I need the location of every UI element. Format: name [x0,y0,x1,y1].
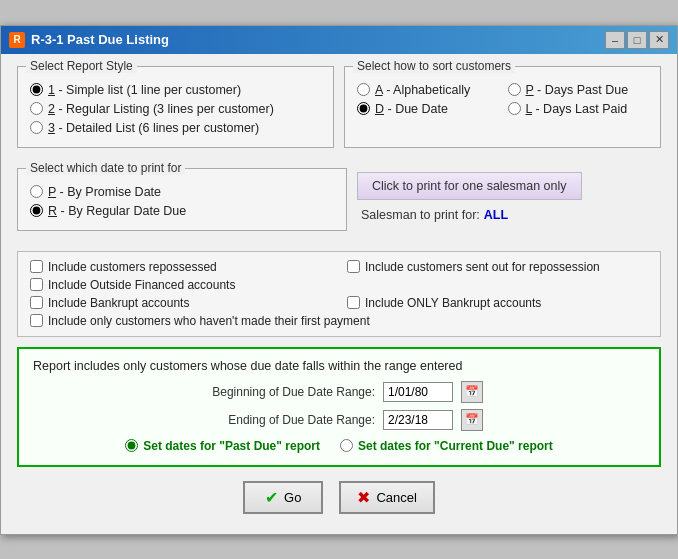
cb5-item[interactable]: Include ONLY Bankrupt accounts [347,296,648,310]
sortD-option[interactable]: D - Due Date [357,102,498,116]
print-salesman-button[interactable]: Click to print for one salesman only [357,172,582,200]
style2-option[interactable]: 2 - Regular Listing (3 lines per custome… [30,102,321,116]
date-range-group: Report includes only customers whose due… [17,347,661,467]
style2-radio[interactable] [30,102,43,115]
style3-option[interactable]: 3 - Detailed List (6 lines per customer) [30,121,321,135]
salesman-value: ALL [484,208,508,222]
cb1-checkbox[interactable] [30,260,43,273]
style2-label: 2 - Regular Listing (3 lines per custome… [48,102,274,116]
content-area: Select Report Style 1 - Simple list (1 l… [1,54,677,534]
cb4-item[interactable]: Include Bankrupt accounts [30,296,331,310]
sort-group: Select how to sort customers A - Alphabe… [344,66,661,148]
cb2-label: Include customers sent out for repossess… [365,260,600,274]
sortD-label: D - Due Date [375,102,448,116]
style1-radio[interactable] [30,83,43,96]
middle-section: Select which date to print for P - By Pr… [17,168,661,241]
window-title: R-3-1 Past Due Listing [31,32,169,47]
maximize-button[interactable]: □ [627,31,647,49]
cb1-item[interactable]: Include customers repossessed [30,260,331,274]
cb5-label: Include ONLY Bankrupt accounts [365,296,541,310]
date-print-group: Select which date to print for P - By Pr… [17,168,347,231]
sortL-option[interactable]: L - Days Last Paid [508,102,649,116]
report-style-label: Select Report Style [26,59,137,73]
dateP-radio[interactable] [30,185,43,198]
cb3-checkbox[interactable] [30,278,43,291]
sortP-label: P - Days Past Due [526,83,629,97]
title-controls: – □ ✕ [605,31,669,49]
checkboxes-grid: Include customers repossessed Include cu… [30,260,648,328]
current-due-radio-item[interactable]: Set dates for "Current Due" report [340,439,553,453]
dateR-label: R - By Regular Date Due [48,204,186,218]
minimize-button[interactable]: – [605,31,625,49]
past-due-radio-label: Set dates for "Past Due" report [143,439,320,453]
cb6-label: Include only customers who haven't made … [48,314,370,328]
cb6-item[interactable]: Include only customers who haven't made … [30,314,648,328]
sortP-radio[interactable] [508,83,521,96]
sortL-radio[interactable] [508,102,521,115]
cb6-checkbox[interactable] [30,314,43,327]
cb3-item[interactable]: Include Outside Financed accounts [30,278,648,292]
ending-calendar-button[interactable]: 📅 [461,409,483,431]
cb2-item[interactable]: Include customers sent out for repossess… [347,260,648,274]
beginning-date-input[interactable] [383,382,453,402]
cb4-checkbox[interactable] [30,296,43,309]
cb3-label: Include Outside Financed accounts [48,278,235,292]
beginning-date-row: Beginning of Due Date Range: 📅 [33,381,645,403]
dateR-option[interactable]: R - By Regular Date Due [30,204,334,218]
date-range-title: Report includes only customers whose due… [33,359,645,373]
cb4-label: Include Bankrupt accounts [48,296,189,310]
go-check-icon: ✔ [265,488,278,507]
app-icon: R [9,32,25,48]
sortL-label: L - Days Last Paid [526,102,628,116]
ending-date-row: Ending of Due Date Range: 📅 [33,409,645,431]
ending-date-input[interactable] [383,410,453,430]
cb5-checkbox[interactable] [347,296,360,309]
sortD-radio[interactable] [357,102,370,115]
salesman-line: Salesman to print for: ALL [357,208,508,222]
style3-label: 3 - Detailed List (6 lines per customer) [48,121,259,135]
date-print-label: Select which date to print for [26,161,185,175]
ending-label: Ending of Due Date Range: [195,413,375,427]
report-style-options: 1 - Simple list (1 line per customer) 2 … [30,83,321,135]
dateP-label: P - By Promise Date [48,185,161,199]
dateR-radio[interactable] [30,204,43,217]
top-section: Select Report Style 1 - Simple list (1 l… [17,66,661,158]
past-due-radio[interactable] [125,439,138,452]
date-radio-row: Set dates for "Past Due" report Set date… [33,439,645,453]
close-button[interactable]: ✕ [649,31,669,49]
cb2-checkbox[interactable] [347,260,360,273]
dateP-option[interactable]: P - By Promise Date [30,185,334,199]
beginning-calendar-button[interactable]: 📅 [461,381,483,403]
beginning-label: Beginning of Due Date Range: [195,385,375,399]
style1-label: 1 - Simple list (1 line per customer) [48,83,241,97]
report-style-group: Select Report Style 1 - Simple list (1 l… [17,66,334,148]
sort-label: Select how to sort customers [353,59,515,73]
go-label: Go [284,490,301,505]
sortA-radio[interactable] [357,83,370,96]
footer: ✔ Go ✖ Cancel [17,481,661,518]
cancel-button[interactable]: ✖ Cancel [339,481,434,514]
current-due-radio[interactable] [340,439,353,452]
title-bar-left: R R-3-1 Past Due Listing [9,32,169,48]
sortP-option[interactable]: P - Days Past Due [508,83,649,97]
salesman-panel: Click to print for one salesman only Sal… [357,168,661,241]
main-window: R R-3-1 Past Due Listing – □ ✕ Select Re… [0,25,678,535]
checkboxes-group: Include customers repossessed Include cu… [17,251,661,337]
go-button[interactable]: ✔ Go [243,481,323,514]
current-due-radio-label: Set dates for "Current Due" report [358,439,553,453]
title-bar: R R-3-1 Past Due Listing – □ ✕ [1,26,677,54]
sortA-label: A - Alphabetically [375,83,470,97]
date-print-options: P - By Promise Date R - By Regular Date … [30,185,334,218]
style3-radio[interactable] [30,121,43,134]
salesman-print-label: Salesman to print for: [361,208,480,222]
sort-options: A - Alphabetically P - Days Past Due D -… [357,83,648,116]
cb1-label: Include customers repossessed [48,260,217,274]
style1-option[interactable]: 1 - Simple list (1 line per customer) [30,83,321,97]
past-due-radio-item[interactable]: Set dates for "Past Due" report [125,439,320,453]
cancel-label: Cancel [376,490,416,505]
sortA-option[interactable]: A - Alphabetically [357,83,498,97]
cancel-x-icon: ✖ [357,488,370,507]
